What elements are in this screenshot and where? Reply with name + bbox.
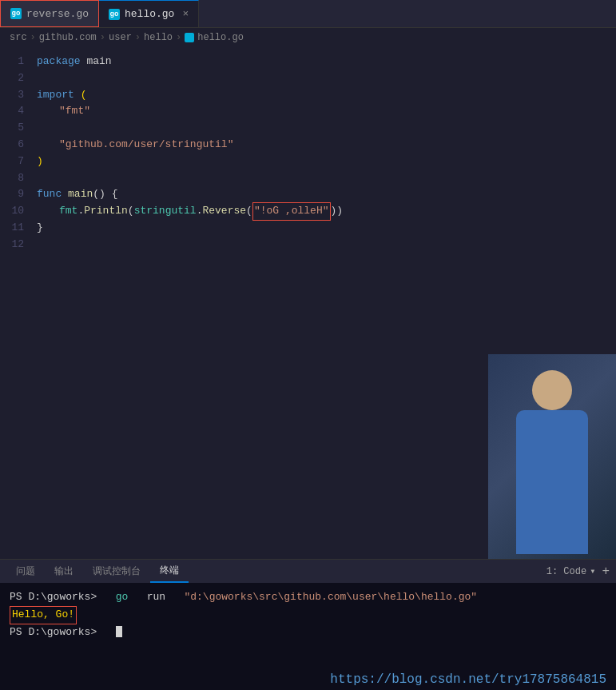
- line-num-11: 11: [0, 220, 24, 237]
- paren-close: ): [37, 154, 43, 170]
- line-num-6: 6: [0, 137, 24, 154]
- terminal-line-3: PS D:\goworks>: [10, 624, 606, 641]
- tab-label-hello: hello.go: [125, 8, 174, 20]
- str-fmt: "fmt": [59, 103, 90, 120]
- go-icon-breadcrumb: [185, 33, 194, 42]
- line-numbers: 1 2 3 4 5 6 7 8 9 10 11 12: [0, 47, 30, 554]
- brace-open: {: [112, 186, 118, 203]
- method-reverse: Reverse: [202, 203, 246, 220]
- line-num-9: 9: [0, 186, 24, 203]
- terminal-output-box: Hello, Go!: [10, 606, 77, 624]
- line-num-8: 8: [0, 170, 24, 187]
- str-reversed: "!oG ,olleH": [254, 205, 329, 217]
- dot1: .: [77, 203, 84, 220]
- brace-close: }: [37, 220, 43, 237]
- str-stringutil: "github.com/user/stringutil": [59, 137, 233, 154]
- line-num-3: 3: [0, 87, 24, 104]
- kw-func: func: [37, 186, 62, 203]
- panel-tab-debug-label: 调试控制台: [93, 564, 141, 578]
- panel-right-controls: 1: Code ▾ +: [546, 564, 610, 579]
- fn-main: main: [68, 186, 93, 203]
- kw-package: package: [37, 54, 81, 70]
- pkg-fmt: fmt: [59, 203, 77, 220]
- add-terminal-button[interactable]: +: [602, 564, 610, 579]
- code-line-5: [37, 120, 616, 137]
- code-line-8: [37, 170, 616, 187]
- url-bar: https://blog.csdn.net/try17875864815: [0, 671, 616, 690]
- terminal-prompt-3: PS D:\goworks>: [10, 626, 97, 638]
- panel-tab-terminal[interactable]: 终端: [150, 560, 189, 583]
- code-line-1: package main: [37, 54, 616, 70]
- terminal-cmd-run: run: [147, 591, 165, 603]
- kw-import: import: [37, 87, 74, 104]
- breadcrumb-src[interactable]: src: [10, 32, 27, 43]
- terminal-line-2: Hello, Go!: [10, 606, 606, 624]
- method-println: Println: [84, 203, 128, 220]
- dropdown-label: 1: Code: [546, 566, 586, 577]
- panel-tab-output-label: 输出: [54, 564, 74, 578]
- breadcrumb-sep2: ›: [100, 32, 105, 43]
- breadcrumb-current: hello.go: [185, 32, 244, 43]
- panel-tab-terminal-label: 终端: [160, 564, 179, 577]
- breadcrumb-sep1: ›: [30, 32, 36, 43]
- terminal-output-text: Hello, Go!: [12, 608, 74, 620]
- breadcrumb-user[interactable]: user: [109, 32, 132, 43]
- line-num-1: 1: [0, 54, 24, 70]
- terminal-prompt-1: PS D:\goworks>: [10, 591, 97, 603]
- tab-reverse-go[interactable]: go reverse.go: [0, 0, 99, 27]
- paren-l2: (: [246, 203, 252, 220]
- dot2: .: [197, 203, 203, 220]
- pkg-stringutil: stringutil: [134, 203, 197, 220]
- line-num-7: 7: [0, 154, 24, 170]
- main-parens: (): [93, 186, 105, 203]
- code-line-11: }: [37, 220, 616, 237]
- code-line-12: [37, 237, 616, 253]
- panel-tab-debug[interactable]: 调试控制台: [83, 560, 150, 583]
- breadcrumb-hello[interactable]: hello: [144, 32, 173, 43]
- code-line-6: "github.com/user/stringutil": [37, 137, 616, 154]
- terminal-line-1: PS D:\goworks> go run "d:\goworks\src\gi…: [10, 589, 606, 606]
- main-ident: main: [86, 54, 111, 70]
- tab-bar: go reverse.go go hello.go ×: [0, 0, 616, 28]
- breadcrumb-github[interactable]: github.com: [39, 32, 97, 43]
- terminal-content[interactable]: PS D:\goworks> go run "d:\goworks\src\gi…: [0, 583, 616, 671]
- terminal-url: https://blog.csdn.net/try17875864815: [330, 672, 606, 687]
- tab-label-reverse: reverse.go: [26, 8, 89, 20]
- code-line-9: func main() {: [37, 186, 616, 203]
- panel-tab-problems-label: 问题: [16, 564, 35, 578]
- person-image: [488, 354, 616, 578]
- terminal-cmd-go: go: [116, 591, 129, 603]
- code-line-3: import (: [37, 87, 616, 104]
- bottom-panel: 问题 输出 调试控制台 终端 1: Code ▾ + PS D:\goworks…: [0, 559, 616, 690]
- line-num-4: 4: [0, 103, 24, 120]
- go-icon-hello: go: [109, 9, 120, 20]
- tab-hello-go[interactable]: go hello.go ×: [99, 0, 199, 27]
- breadcrumb-sep3: ›: [135, 32, 141, 43]
- chevron-down-icon: ▾: [590, 565, 595, 577]
- panel-tab-problems[interactable]: 问题: [6, 560, 45, 583]
- line-num-12: 12: [0, 237, 24, 253]
- breadcrumb-filename: hello.go: [197, 32, 244, 43]
- close-icon[interactable]: ×: [182, 8, 189, 20]
- code-line-2: [37, 70, 616, 87]
- line-num-10: 10: [0, 203, 24, 220]
- panel-tab-output[interactable]: 输出: [45, 560, 83, 583]
- line-num-5: 5: [0, 120, 24, 137]
- go-icon-reverse: go: [10, 8, 22, 19]
- breadcrumb: src › github.com › user › hello › hello.…: [0, 28, 616, 47]
- terminal-dropdown[interactable]: 1: Code ▾: [546, 565, 596, 577]
- highlighted-string: "!oG ,olleH": [252, 202, 331, 221]
- panel-tabs: 问题 输出 调试控制台 终端 1: Code ▾ +: [0, 559, 616, 583]
- breadcrumb-sep4: ›: [176, 32, 181, 43]
- terminal-cursor: [116, 626, 122, 637]
- code-line-10: fmt.Println(stringutil.Reverse("!oG ,oll…: [37, 203, 616, 220]
- paren-l: (: [128, 203, 134, 220]
- terminal-path: "d:\goworks\src\github.com\user\hello\he…: [184, 591, 477, 603]
- line-num-2: 2: [0, 70, 24, 87]
- code-line-7: ): [37, 154, 616, 170]
- parens-close: )): [331, 203, 344, 220]
- paren-open: (: [81, 87, 87, 104]
- code-line-4: "fmt": [37, 103, 616, 120]
